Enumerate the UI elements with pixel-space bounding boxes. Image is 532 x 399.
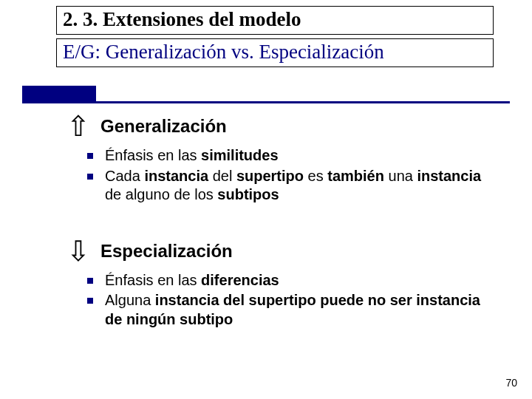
decorative-underline [22,101,510,103]
section-title: Generalización [100,116,227,137]
list-item: Énfasis en las diferencias [86,271,501,290]
text: una [384,168,417,184]
text: Énfasis en las [105,272,201,288]
text: de alguno de los [105,186,217,202]
arrow-down-icon: ⇩ [65,237,92,265]
text: Alguna [105,292,155,308]
list-item: Alguna instancia del supertipo puede no … [86,291,501,329]
text: Cada [105,168,144,184]
text-bold: similitudes [201,147,278,163]
bullet-list: Énfasis en las similitudes Cada instanci… [86,146,501,205]
text: es [304,168,327,184]
section-heading-especializacion: ⇩ Especialización [65,237,501,265]
text-bold: subtipos [217,186,279,202]
arrow-up-icon: ⇧ [65,112,92,140]
slide-number: 70 [505,377,517,389]
list-item: Énfasis en las similitudes [86,146,501,166]
text: Énfasis en las [105,147,201,163]
bullet-list: Énfasis en las diferencias Alguna instan… [86,271,501,330]
decorative-block [22,86,96,102]
list-item: Cada instancia del supertipo es también … [86,167,501,205]
title-box: 2. 3. Extensiones del modelo [56,6,494,35]
section-heading-generalizacion: ⇧ Generalización [65,112,501,140]
subtitle-text: E/G: Generalización vs. Especialización [63,41,384,63]
content-area: ⇧ Generalización Énfasis en las similitu… [65,109,501,331]
section-title: Especialización [100,241,233,262]
subtitle-box: E/G: Generalización vs. Especialización [56,38,494,67]
text-bold: supertipo [236,168,304,184]
text-bold: también [327,168,384,184]
slide: 2. 3. Extensiones del modelo E/G: Genera… [0,0,532,399]
text-bold: instancia [417,168,481,184]
title-text: 2. 3. Extensiones del modelo [63,8,301,30]
text: del [208,168,236,184]
text-bold: instancia del supertipo puede no ser ins… [105,292,480,327]
text-bold: instancia [144,168,208,184]
text-bold: diferencias [201,272,279,288]
